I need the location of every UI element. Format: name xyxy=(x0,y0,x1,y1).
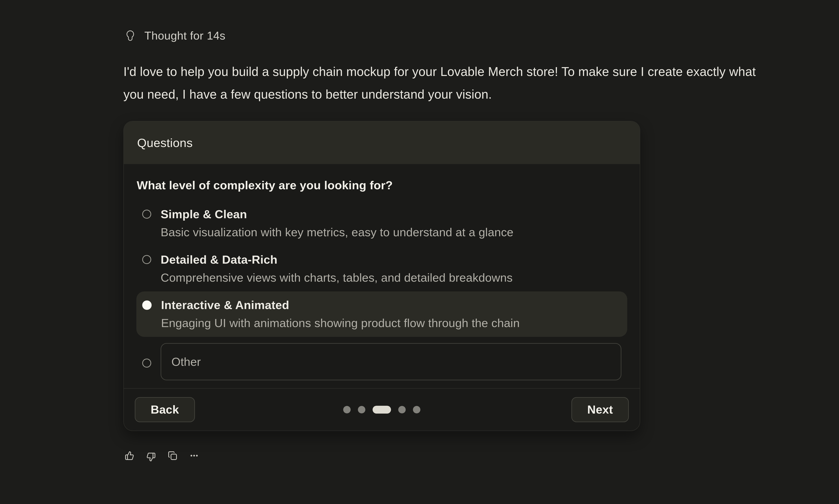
next-button[interactable]: Next xyxy=(572,397,629,422)
message-actions xyxy=(125,450,199,462)
option-label: Detailed & Data-Rich xyxy=(161,252,513,267)
thought-toggle[interactable]: Thought for 14s xyxy=(126,29,226,42)
pagination-dots xyxy=(343,406,420,414)
option-description: Comprehensive views with charts, tables,… xyxy=(161,270,513,285)
questions-card: Questions What level of complexity are y… xyxy=(123,121,640,431)
lightbulb-icon xyxy=(126,29,135,42)
radio-unselected-icon[interactable] xyxy=(142,210,151,219)
more-options-icon[interactable] xyxy=(189,450,199,462)
questions-card-body: What level of complexity are you looking… xyxy=(124,164,640,388)
card-title: Questions xyxy=(137,136,193,150)
option-label: Simple & Clean xyxy=(161,207,513,222)
copy-icon[interactable] xyxy=(168,450,177,462)
assistant-message: I'd love to help you build a supply chai… xyxy=(123,60,760,106)
thumbs-up-icon[interactable] xyxy=(125,450,134,462)
option-label: Interactive & Animated xyxy=(161,298,520,312)
pagination-dot-2 xyxy=(358,406,365,413)
option-other[interactable] xyxy=(136,337,627,386)
question-text: What level of complexity are you looking… xyxy=(137,178,627,193)
option-simple-clean[interactable]: Simple & Clean Basic visualization with … xyxy=(136,201,627,246)
radio-unselected-icon[interactable] xyxy=(142,359,151,367)
pagination-dot-1 xyxy=(343,406,351,413)
option-description: Basic visualization with key metrics, ea… xyxy=(161,225,513,240)
option-description: Engaging UI with animations showing prod… xyxy=(161,316,520,330)
radio-unselected-icon[interactable] xyxy=(142,255,151,264)
radio-selected-icon[interactable] xyxy=(142,301,152,310)
option-interactive-animated[interactable]: Interactive & Animated Engaging UI with … xyxy=(136,291,627,337)
thumbs-down-icon[interactable] xyxy=(146,450,156,462)
questions-card-header: Questions xyxy=(124,121,640,164)
questions-card-footer: Back Next xyxy=(124,388,640,431)
back-button[interactable]: Back xyxy=(135,397,195,422)
option-detailed-data-rich[interactable]: Detailed & Data-Rich Comprehensive views… xyxy=(136,246,627,291)
pagination-dot-4 xyxy=(398,406,406,413)
thought-label: Thought for 14s xyxy=(144,29,226,42)
pagination-dot-5 xyxy=(413,406,420,413)
other-option-input[interactable] xyxy=(161,343,622,380)
pagination-dot-3-active xyxy=(372,406,391,414)
